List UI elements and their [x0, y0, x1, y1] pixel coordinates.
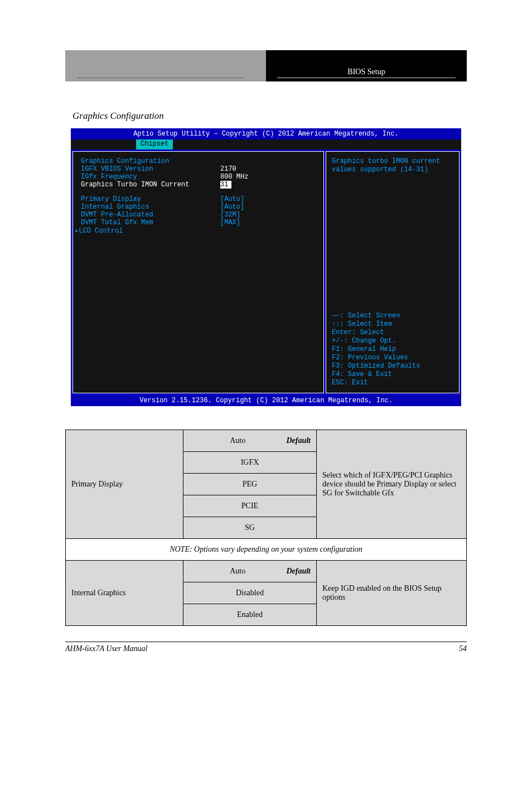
footer-left: AHM-6xx7A User Manual — [65, 644, 148, 653]
internal-graphics-value[interactable]: [Auto] — [220, 203, 244, 211]
dvmt-total-value[interactable]: [MAX] — [220, 219, 240, 226]
primary-display-cell: Primary Display — [66, 430, 183, 539]
primary-opt-sg: SG — [183, 517, 317, 539]
dvmt-pre-label[interactable]: DVMT Pre-Allocated — [81, 211, 220, 219]
dvmt-pre-value[interactable]: [32M] — [220, 211, 240, 219]
dvmt-total-label[interactable]: DVMT Total Gfx Mem — [81, 219, 220, 226]
table-note: NOTE: Options vary depending on your sys… — [66, 539, 467, 561]
bios-footer: Version 2.15.1236. Copyright (C) 2012 Am… — [71, 395, 461, 406]
bios-key-help: →←: Select Screen ↑↓: Select Item Enter:… — [332, 312, 453, 387]
header-right-text: BIOS Setup — [277, 68, 456, 78]
primary-opt-peg: PEG — [183, 474, 317, 495]
primary-display-value[interactable]: [Auto] — [220, 195, 244, 203]
internal-graphics-cell: Internal Graphics — [66, 561, 183, 626]
bios-title-bar: Aptio Setup Utility – Copyright (C) 2012… — [71, 128, 461, 139]
primary-opt-auto: Auto Default — [183, 430, 317, 452]
lcd-control-item[interactable]: LCD Control — [81, 226, 220, 235]
bios-main-panel: Graphics Configuration IGFX VBIOS Versio… — [72, 151, 324, 393]
table-note-row: NOTE: Options vary depending on your sys… — [66, 539, 467, 561]
primary-display-label[interactable]: Primary Display — [81, 195, 220, 203]
footer-right: 54 — [459, 644, 467, 653]
imon-value[interactable]: 31 — [220, 181, 231, 189]
ig-opt-disabled: Disabled — [183, 582, 317, 604]
page-header: BIOS Setup — [65, 50, 467, 81]
bios-screenshot: Aptio Setup Utility – Copyright (C) 2012… — [71, 128, 461, 406]
bios-help-panel: Graphics turbo IMON current values suppo… — [326, 151, 460, 393]
table-row: Internal Graphics Auto Default Keep IGD … — [66, 561, 467, 582]
settings-table: Primary Display Auto Default Select whic… — [65, 430, 467, 626]
page-footer: AHM-6xx7A User Manual 54 — [65, 642, 467, 653]
header-left-blank — [65, 50, 266, 81]
igfx-freq-label: IGfx Frequency — [81, 173, 220, 181]
primary-opt-igfx: IGFX — [183, 452, 317, 474]
tab-chipset[interactable]: Chipset — [136, 139, 173, 150]
internal-graphics-label[interactable]: Internal Graphics — [81, 203, 220, 211]
internal-graphics-desc: Keep IGD enabled on the BIOS Setup optio… — [317, 561, 467, 626]
bios-item-help: Graphics turbo IMON current values suppo… — [332, 157, 453, 174]
ig-opt-auto: Auto Default — [183, 561, 317, 582]
igfx-vbios-value: 2170 — [220, 165, 236, 173]
ig-opt-enabled: Enabled — [183, 604, 317, 626]
bios-tab-row: Chipset — [71, 139, 461, 150]
bios-heading: Graphics Configuration — [81, 157, 220, 165]
igfx-vbios-label: IGFX VBIOS Version — [81, 165, 220, 173]
primary-opt-pcie: PCIE — [183, 495, 317, 517]
primary-display-desc: Select which of IGFX/PEG/PCI Graphics de… — [317, 430, 467, 539]
section-title: Graphics Configuration — [72, 110, 532, 122]
igfx-freq-value: 800 MHz — [220, 173, 248, 181]
imon-label[interactable]: Graphics Turbo IMON Current — [81, 181, 220, 189]
header-right: BIOS Setup — [266, 50, 467, 81]
table-row: Primary Display Auto Default Select whic… — [66, 430, 467, 452]
